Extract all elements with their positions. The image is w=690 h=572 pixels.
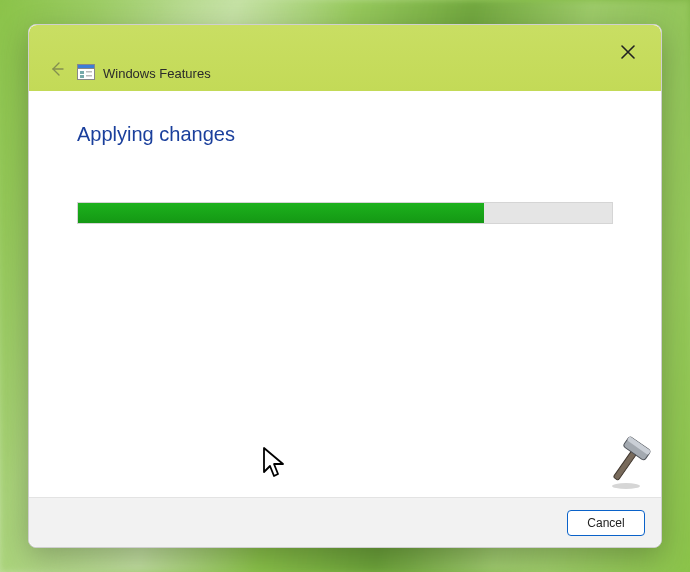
close-icon [621, 45, 635, 63]
titlebar: Windows Features [29, 25, 661, 91]
window-title: Windows Features [103, 66, 211, 81]
dialog-content: Applying changes [29, 91, 661, 497]
windows-features-dialog: Windows Features Applying changes Cancel [28, 24, 662, 548]
dialog-footer: Cancel [29, 497, 661, 547]
cancel-button-label: Cancel [587, 516, 624, 530]
progress-fill [78, 203, 484, 223]
svg-rect-4 [80, 75, 84, 78]
back-button [47, 61, 67, 81]
page-heading: Applying changes [77, 123, 613, 146]
svg-rect-1 [78, 65, 95, 69]
arrow-left-icon [50, 62, 64, 80]
svg-rect-5 [86, 75, 92, 77]
close-button[interactable] [613, 39, 643, 69]
windows-features-icon [77, 63, 95, 81]
svg-rect-2 [80, 71, 84, 74]
cancel-button[interactable]: Cancel [567, 510, 645, 536]
svg-rect-3 [86, 71, 92, 73]
progress-bar [77, 202, 613, 224]
